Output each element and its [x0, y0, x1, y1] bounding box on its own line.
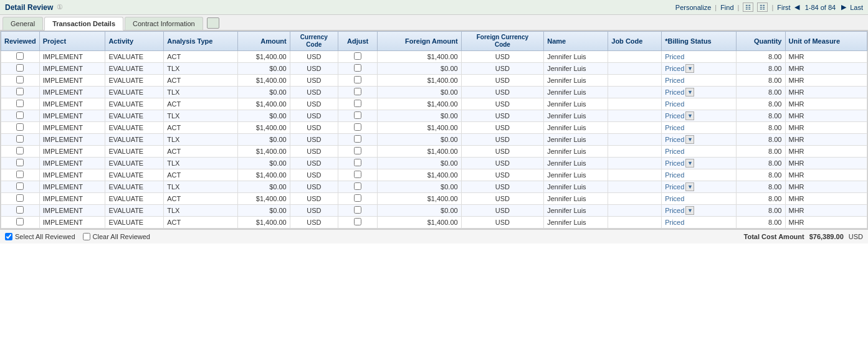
foreign-currency-code-cell: USD	[461, 169, 544, 181]
dropdown-arrow-icon[interactable]: ▼	[685, 182, 694, 191]
tab-contract-information[interactable]: Contract Information	[125, 17, 203, 30]
dropdown-arrow-icon[interactable]: ▼	[685, 88, 694, 97]
adjust-cell	[338, 158, 378, 169]
reviewed-checkbox[interactable]	[16, 123, 24, 131]
reviewed-checkbox[interactable]	[16, 100, 24, 107]
reviewed-checkbox[interactable]	[16, 52, 24, 60]
adjust-checkbox[interactable]	[354, 135, 361, 143]
unit-of-measure-cell: MHR	[785, 146, 867, 158]
reviewed-cell	[1, 169, 40, 181]
reviewed-checkbox[interactable]	[16, 88, 24, 95]
reviewed-checkbox[interactable]	[16, 182, 24, 190]
adjust-checkbox[interactable]	[354, 52, 361, 60]
billing-status-dropdown[interactable]: Priced▼	[665, 159, 733, 168]
adjust-checkbox[interactable]	[354, 206, 361, 214]
name-cell: Jennifer Luis	[544, 217, 608, 229]
reviewed-checkbox[interactable]	[16, 147, 24, 154]
reviewed-checkbox[interactable]	[16, 218, 24, 225]
amount-cell: $0.00	[237, 87, 290, 98]
analysis-type-cell: ACT	[164, 122, 237, 134]
billing-status-dropdown[interactable]: Priced▼	[665, 64, 733, 73]
tab-transaction-details[interactable]: Transaction Details	[44, 17, 123, 31]
adjust-checkbox[interactable]	[354, 194, 361, 202]
adjust-checkbox[interactable]	[354, 171, 361, 178]
foreign-amount-cell: $1,400.00	[378, 169, 461, 181]
billing-status-cell: Priced	[662, 51, 737, 63]
icon-grid1[interactable]: ☷	[743, 2, 753, 12]
last-link[interactable]: Last	[850, 4, 863, 11]
adjust-checkbox[interactable]	[354, 64, 361, 72]
dropdown-arrow-icon[interactable]: ▼	[685, 64, 694, 73]
adjust-cell	[338, 169, 378, 181]
header-left: Detail Review ①	[5, 3, 63, 12]
billing-status-dropdown[interactable]: Priced▼	[665, 182, 733, 191]
adjust-checkbox[interactable]	[354, 88, 361, 95]
adjust-checkbox[interactable]	[354, 147, 361, 154]
reviewed-checkbox[interactable]	[16, 159, 24, 166]
foreign-amount-cell: $0.00	[378, 181, 461, 193]
adjust-checkbox[interactable]	[354, 159, 361, 166]
billing-status-dropdown[interactable]: Priced▼	[665, 88, 733, 97]
col-currency-code: CurrencyCode	[290, 32, 338, 51]
next-nav[interactable]: ▶	[841, 3, 846, 11]
adjust-checkbox[interactable]	[354, 76, 361, 83]
table-row: IMPLEMENTEVALUATETLX$0.00USD$0.00USDJenn…	[1, 134, 867, 146]
quantity-cell: 8.00	[737, 122, 785, 134]
unit-of-measure-cell: MHR	[785, 181, 867, 193]
col-foreign-amount: Foreign Amount	[378, 32, 461, 51]
analysis-type-cell: TLX	[164, 181, 237, 193]
project-cell: IMPLEMENT	[39, 75, 105, 87]
reviewed-checkbox[interactable]	[16, 135, 24, 143]
name-cell: Jennifer Luis	[544, 87, 608, 98]
dropdown-arrow-icon[interactable]: ▼	[685, 135, 694, 144]
col-name: Name	[544, 32, 608, 51]
project-cell: IMPLEMENT	[39, 51, 105, 63]
help-icon[interactable]: ①	[57, 3, 63, 11]
reviewed-checkbox[interactable]	[16, 194, 24, 202]
billing-status-value: Priced	[665, 65, 684, 72]
quantity-cell: 8.00	[737, 205, 785, 217]
job-code-cell	[608, 110, 662, 122]
reviewed-checkbox[interactable]	[16, 64, 24, 72]
unit-of-measure-cell: MHR	[785, 51, 867, 63]
icon-grid2[interactable]: ☷	[757, 2, 768, 12]
clear-all-checkbox[interactable]	[83, 233, 90, 240]
dropdown-arrow-icon[interactable]: ▼	[685, 159, 694, 168]
name-cell: Jennifer Luis	[544, 63, 608, 75]
table-row: IMPLEMENTEVALUATEACT$1,400.00USD$1,400.0…	[1, 193, 867, 205]
billing-status-value: Priced	[665, 171, 684, 179]
dropdown-arrow-icon[interactable]: ▼	[685, 111, 694, 120]
adjust-checkbox[interactable]	[354, 111, 361, 119]
dropdown-arrow-icon[interactable]: ▼	[685, 206, 694, 215]
tab-icon[interactable]	[207, 17, 219, 29]
reviewed-checkbox[interactable]	[16, 171, 24, 178]
select-all-checkbox[interactable]	[5, 233, 12, 240]
job-code-cell	[608, 169, 662, 181]
first-link[interactable]: First	[777, 4, 790, 11]
name-cell: Jennifer Luis	[544, 75, 608, 87]
prev-nav[interactable]: ◀	[794, 3, 799, 11]
reviewed-checkbox[interactable]	[16, 111, 24, 119]
unit-of-measure-cell: MHR	[785, 75, 867, 87]
adjust-checkbox[interactable]	[354, 182, 361, 190]
billing-status-dropdown[interactable]: Priced▼	[665, 135, 733, 144]
unit-of-measure-cell: MHR	[785, 134, 867, 146]
foreign-currency-code-cell: USD	[461, 110, 544, 122]
adjust-checkbox[interactable]	[354, 218, 361, 225]
adjust-cell	[338, 181, 378, 193]
personalize-link[interactable]: Personalize	[675, 4, 711, 11]
tab-general[interactable]: General	[2, 17, 43, 30]
quantity-cell: 8.00	[737, 158, 785, 169]
adjust-checkbox[interactable]	[354, 123, 361, 131]
billing-status-dropdown[interactable]: Priced▼	[665, 206, 733, 215]
project-cell: IMPLEMENT	[39, 110, 105, 122]
reviewed-cell	[1, 63, 40, 75]
reviewed-checkbox[interactable]	[16, 76, 24, 83]
billing-status-dropdown[interactable]: Priced▼	[665, 111, 733, 120]
adjust-checkbox[interactable]	[354, 100, 361, 107]
reviewed-cell	[1, 181, 40, 193]
find-link[interactable]: Find	[720, 4, 733, 11]
job-code-cell	[608, 205, 662, 217]
footer-total: Total Cost Amount $76,389.00 USD	[744, 233, 863, 240]
reviewed-checkbox[interactable]	[16, 206, 24, 214]
